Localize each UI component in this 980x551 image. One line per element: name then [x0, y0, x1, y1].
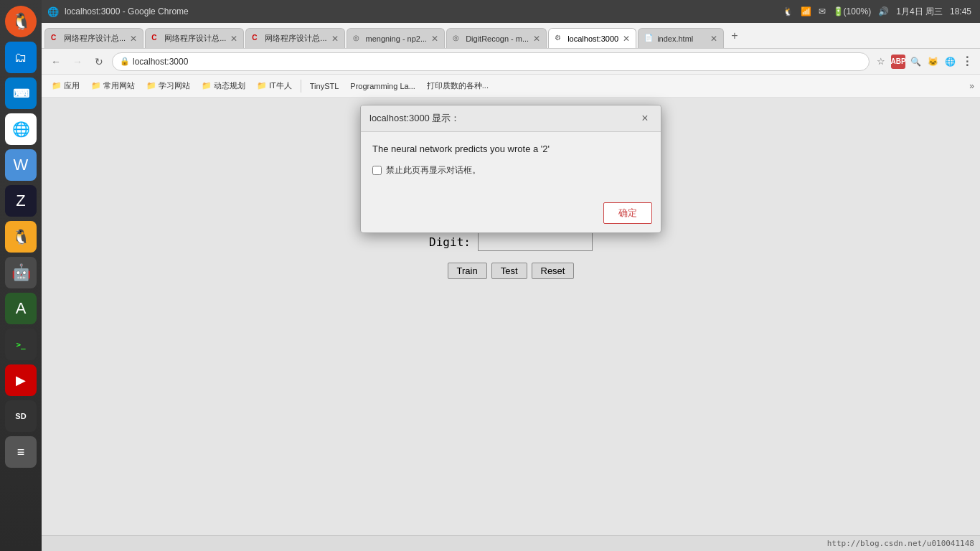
writer-icon[interactable]: W: [5, 149, 37, 181]
window-title: localhost:3000 - Google Chrome: [65, 6, 189, 17]
separator-1: [301, 80, 301, 93]
folder-icon: 📁: [146, 81, 156, 90]
dialog-title: localhost:3000 显示：: [369, 112, 460, 125]
folder-icon: 📁: [202, 81, 212, 90]
adblock-icon[interactable]: ABP: [891, 55, 905, 69]
bookmark-star-icon[interactable]: ☆: [874, 55, 888, 69]
forward-button[interactable]: →: [69, 53, 86, 70]
dialog-overlay: localhost:3000 显示： × The neural network …: [42, 98, 980, 551]
bookmark-study-label: 学习网站: [159, 80, 190, 91]
bookmark-dp-label: 动态规划: [214, 80, 245, 91]
tab-4[interactable]: ◎ mengning - np2... ✕: [347, 28, 446, 48]
tab-1[interactable]: C 网络程序设计总... ✕: [44, 28, 143, 48]
bookmark-progla-label: Programming La...: [350, 82, 415, 90]
tab-2[interactable]: C 网络程序设计总... ✕: [145, 28, 244, 48]
datetime: 1月4日 周三: [896, 6, 943, 18]
tab-6-close[interactable]: ✕: [618, 34, 630, 44]
bookmark-dp[interactable]: 📁 动态规划: [197, 78, 250, 93]
battery-icon: 🔋(100%): [833, 6, 872, 17]
folder-icon: 📁: [91, 81, 101, 90]
tab-6-title: localhost:3000: [567, 34, 618, 43]
wifi-icon: 📶: [801, 6, 811, 17]
sd-icon[interactable]: SD: [5, 400, 37, 432]
tab-4-title: mengning - np2...: [366, 34, 428, 43]
tab-3-title: 网络程序设计总...: [265, 33, 326, 44]
bookmark-study[interactable]: 📁 学习网站: [142, 78, 194, 93]
refresh-button[interactable]: ↻: [90, 53, 108, 70]
zeal-icon[interactable]: Z: [5, 185, 37, 217]
ext-icon-1[interactable]: 🔍: [908, 55, 923, 69]
dialog-close-button[interactable]: ×: [638, 111, 652, 126]
bookmark-apps[interactable]: 📁 应用: [47, 78, 84, 93]
tab-7-title: index.html: [657, 34, 693, 43]
bookmark-it-label: IT牛人: [269, 80, 292, 91]
tab-7-close[interactable]: ✕: [706, 34, 717, 44]
bookmark-common-label: 常用网站: [103, 80, 135, 91]
ext-icon-2[interactable]: 🐱: [925, 55, 940, 69]
tab-1-close[interactable]: ✕: [126, 34, 137, 44]
terminal-icon[interactable]: >_: [5, 329, 37, 360]
tab-1-title: 网络程序设计总...: [64, 33, 126, 44]
tab-5-title: DigitRecogn - m...: [466, 34, 529, 43]
more-bookmarks[interactable]: »: [969, 81, 974, 91]
tab-bar: C 网络程序设计总... ✕ C 网络程序设计总... ✕ C 网络程序设计总.…: [42, 23, 980, 49]
back-button[interactable]: ←: [47, 53, 65, 70]
new-tab-button[interactable]: +: [725, 29, 743, 42]
dialog-checkbox-label: 禁止此页再显示对话框。: [386, 164, 481, 176]
bookmark-progla[interactable]: Programming La...: [346, 80, 419, 93]
url-text: localhost:3000: [133, 57, 188, 67]
address-bar: ← → ↻ 🔒 localhost:3000 ☆ ABP 🔍 🐱 🌐 ⋮: [42, 49, 980, 75]
dialog-body: The neural network predicts you wrote a …: [361, 132, 661, 197]
dialog-checkbox-row: 禁止此页再显示对话框。: [372, 164, 649, 176]
tab-7[interactable]: 📄 index.html ✕: [638, 28, 724, 48]
ext-icon-3[interactable]: 🌐: [943, 55, 957, 69]
email-icon: ✉: [819, 6, 826, 17]
files-icon[interactable]: 🗂: [5, 42, 37, 73]
font-icon[interactable]: A: [5, 293, 37, 324]
dialog-message: The neural network predicts you wrote a …: [372, 143, 649, 154]
dialog-checkbox[interactable]: [372, 166, 382, 175]
os-status-bar: 🐧 📶 ✉ 🔋(100%) 🔊 1月4日 周三 18:45: [774, 0, 980, 23]
bookmark-tinystl[interactable]: TinySTL: [306, 80, 344, 93]
folder-icon: 📁: [52, 81, 62, 90]
tab-3[interactable]: C 网络程序设计总... ✕: [245, 28, 344, 48]
dialog-header: localhost:3000 显示： ×: [361, 105, 661, 132]
tab-5-close[interactable]: ✕: [529, 34, 540, 44]
dialog-ok-button[interactable]: 确定: [603, 202, 652, 224]
bookmark-prime[interactable]: 打印质数的各种...: [423, 78, 493, 93]
vlc-icon[interactable]: ▶: [5, 364, 37, 396]
bookmark-apps-label: 应用: [64, 80, 80, 91]
tab-5[interactable]: ◎ DigitRecogn - m... ✕: [446, 28, 547, 48]
tab-6[interactable]: ⚙ localhost:3000 ✕: [548, 28, 636, 48]
vscode-icon[interactable]: ⌨: [5, 77, 37, 109]
tab-4-close[interactable]: ✕: [427, 34, 438, 44]
volume-icon: 🔊: [878, 6, 889, 17]
tab-3-close[interactable]: ✕: [327, 34, 339, 44]
stack-icon[interactable]: ≡: [5, 436, 37, 468]
qq-icon[interactable]: 🐧: [5, 221, 37, 253]
bookmark-common[interactable]: 📁 常用网站: [87, 78, 139, 93]
tab-2-title: 网络程序设计总...: [164, 33, 226, 44]
ubuntu-icon[interactable]: 🐧: [5, 6, 37, 37]
bookmark-tinystl-label: TinySTL: [310, 82, 339, 90]
dialog-footer: 确定: [361, 197, 661, 232]
linux-icon: 🐧: [783, 6, 793, 17]
folder-icon: 📁: [257, 81, 267, 90]
robot-icon[interactable]: 🤖: [5, 257, 37, 288]
bookmarks-bar: 📁 应用 📁 常用网站 📁 学习网站 📁 动态规划 📁 IT牛人 TinySTL…: [42, 75, 980, 98]
taskbar: 🐧 🗂 ⌨ 🌐 W Z 🐧 🤖 A >_ ▶ SD ≡: [0, 0, 42, 551]
tab-2-close[interactable]: ✕: [226, 34, 237, 44]
dialog-box: localhost:3000 显示： × The neural network …: [360, 105, 661, 233]
url-bar[interactable]: 🔒 localhost:3000: [112, 52, 870, 71]
menu-button[interactable]: ⋮: [960, 55, 974, 69]
bookmark-it[interactable]: 📁 IT牛人: [253, 78, 296, 93]
time: 18:45: [950, 6, 971, 17]
chrome-icon[interactable]: 🌐: [5, 113, 37, 145]
bookmark-prime-label: 打印质数的各种...: [427, 80, 489, 91]
